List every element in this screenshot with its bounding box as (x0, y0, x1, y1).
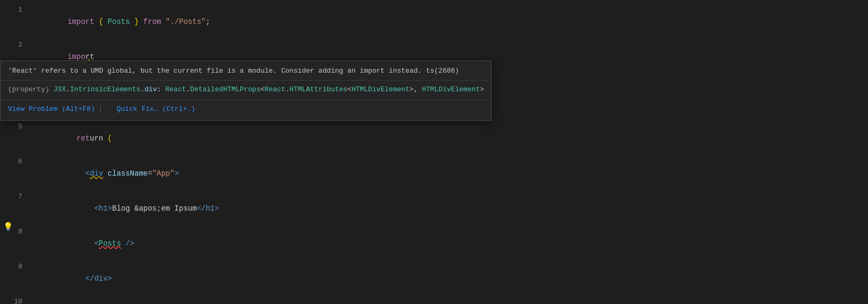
lightbulb-icon[interactable]: 💡 (3, 222, 13, 233)
line-number-2: 2 (0, 39, 27, 51)
code-area: 1 import { Posts } from "./Posts"; 'Reac… (0, 0, 868, 304)
line-content-8: <Posts /> (32, 226, 134, 261)
tooltip-text-2: (property) JSX.IntrinsicElements.div: Re… (8, 85, 484, 93)
line-number-7: 7 (0, 191, 27, 203)
tooltip-actions: View Problem (Alt+F8) Quick Fix… (Ctrl+.… (1, 100, 491, 120)
code-line-10: 10 ); (0, 296, 868, 304)
line-number-5: 5 (0, 121, 27, 133)
line-content-7: <h1>Blog &apos;em Ipsum</h1> (32, 191, 219, 226)
line-number-9: 9 (0, 261, 27, 273)
code-line-1: 1 import { Posts } from "./Posts"; (0, 4, 868, 39)
line-number-10: 10 (0, 296, 27, 304)
tooltip-line2: (property) JSX.IntrinsicElements.div: Re… (1, 81, 491, 100)
line-content-1: import { Posts } from "./Posts"; (32, 4, 210, 39)
view-problem-action[interactable]: View Problem (Alt+F8) (8, 102, 106, 116)
code-line-8: 8 <Posts /> 💡 (0, 226, 868, 261)
line-content-9: </div> (32, 261, 112, 296)
line-number-6: 6 (0, 156, 27, 168)
tooltip-line1: 'React' refers to a UMD global, but the … (1, 61, 491, 81)
tooltip-text-1: 'React' refers to a UMD global, but the … (8, 67, 459, 75)
code-line-6: 6 <div className="App"> (0, 156, 868, 191)
editor-container: 1 import { Posts } from "./Posts"; 'Reac… (0, 0, 868, 304)
tooltip-popup: 'React' refers to a UMD global, but the … (0, 60, 492, 121)
code-line-7: 7 <h1>Blog &apos;em Ipsum</h1> (0, 191, 868, 226)
line-number-1: 1 (0, 4, 27, 16)
code-line-9: 9 </div> (0, 261, 868, 296)
code-line-5: 5 return ( (0, 121, 868, 156)
line-content-5: return ( (32, 121, 112, 156)
line-content-10: ); (32, 296, 85, 304)
quick-fix-action[interactable]: Quick Fix… (Ctrl+.) (117, 102, 195, 116)
line-content-6: <div className="App"> (32, 156, 179, 191)
